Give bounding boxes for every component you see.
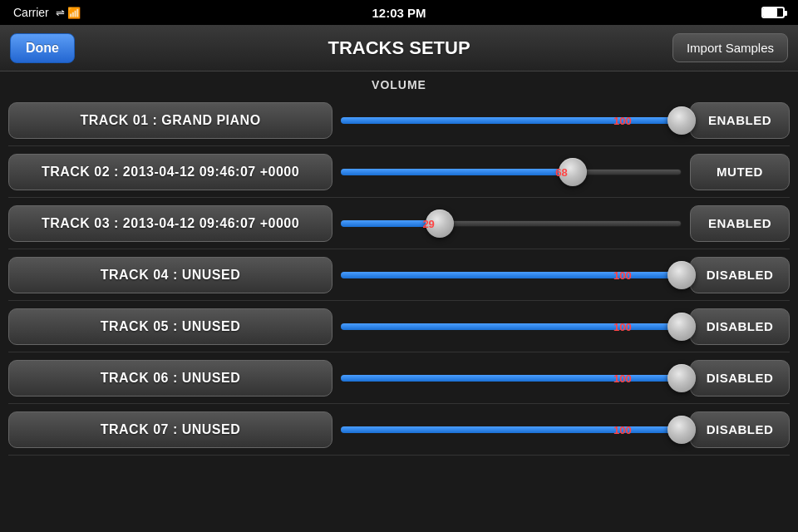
track-name-2[interactable]: TRACK 02 : 2013-04-12 09:46:07 +0000 <box>8 154 332 190</box>
track-status-2[interactable]: MUTED <box>690 154 790 190</box>
track-name-3[interactable]: TRACK 03 : 2013-04-12 09:46:07 +0000 <box>8 205 332 242</box>
track-name-4[interactable]: TRACK 04 : UNUSED <box>8 257 332 293</box>
track-status-5[interactable]: DISABLED <box>690 308 790 345</box>
track-slider-2[interactable]: 68 <box>341 160 682 185</box>
track-row: TRACK 01 : GRAND PIANO100ENABLED <box>8 95 790 146</box>
track-slider-thumb-2[interactable] <box>559 158 587 186</box>
track-status-4[interactable]: DISABLED <box>690 257 790 293</box>
track-status-6[interactable]: DISABLED <box>690 360 790 397</box>
track-slider-thumb-5[interactable] <box>667 313 696 341</box>
battery-icon <box>761 7 785 18</box>
track-status-1[interactable]: ENABLED <box>690 102 790 139</box>
tracks-list: TRACK 01 : GRAND PIANO100ENABLEDTRACK 02… <box>0 95 798 456</box>
track-row: TRACK 02 : 2013-04-12 09:46:07 +000068MU… <box>8 146 790 198</box>
track-row: TRACK 07 : UNUSED100DISABLED <box>8 404 790 456</box>
track-slider-5[interactable]: 100 <box>341 314 682 339</box>
track-name-5[interactable]: TRACK 05 : UNUSED <box>8 308 332 345</box>
track-slider-4[interactable]: 100 <box>341 263 682 288</box>
page-title: TRACKS SETUP <box>328 37 470 59</box>
track-slider-thumb-6[interactable] <box>667 364 696 392</box>
volume-label: VOLUME <box>0 71 798 95</box>
track-name-6[interactable]: TRACK 06 : UNUSED <box>8 360 332 397</box>
import-samples-button[interactable]: Import Samples <box>672 33 788 62</box>
wifi-icon: ⇌ 📶 <box>56 7 81 19</box>
status-left: Carrier ⇌ 📶 <box>13 6 81 19</box>
track-slider-6[interactable]: 100 <box>341 366 682 391</box>
track-row: TRACK 04 : UNUSED100DISABLED <box>8 249 790 301</box>
track-slider-thumb-7[interactable] <box>667 416 696 444</box>
track-status-7[interactable]: DISABLED <box>690 411 790 448</box>
track-slider-7[interactable]: 100 <box>341 417 682 442</box>
track-slider-thumb-4[interactable] <box>667 261 696 289</box>
track-row: TRACK 05 : UNUSED100DISABLED <box>8 301 790 352</box>
done-button[interactable]: Done <box>10 33 75 63</box>
track-status-3[interactable]: ENABLED <box>690 205 790 242</box>
track-name-7[interactable]: TRACK 07 : UNUSED <box>8 411 332 448</box>
track-row: TRACK 06 : UNUSED100DISABLED <box>8 352 790 404</box>
status-time: 12:03 PM <box>372 6 426 20</box>
track-name-1[interactable]: TRACK 01 : GRAND PIANO <box>8 102 332 139</box>
header: Done TRACKS SETUP Import Samples <box>0 25 798 71</box>
track-slider-thumb-3[interactable] <box>426 209 454 238</box>
carrier-label: Carrier <box>13 6 49 19</box>
track-row: TRACK 03 : 2013-04-12 09:46:07 +000029EN… <box>8 198 790 249</box>
status-bar: Carrier ⇌ 📶 12:03 PM <box>0 0 798 25</box>
track-slider-thumb-1[interactable] <box>667 106 696 135</box>
track-slider-3[interactable]: 29 <box>341 211 682 236</box>
track-slider-1[interactable]: 100 <box>341 108 682 133</box>
